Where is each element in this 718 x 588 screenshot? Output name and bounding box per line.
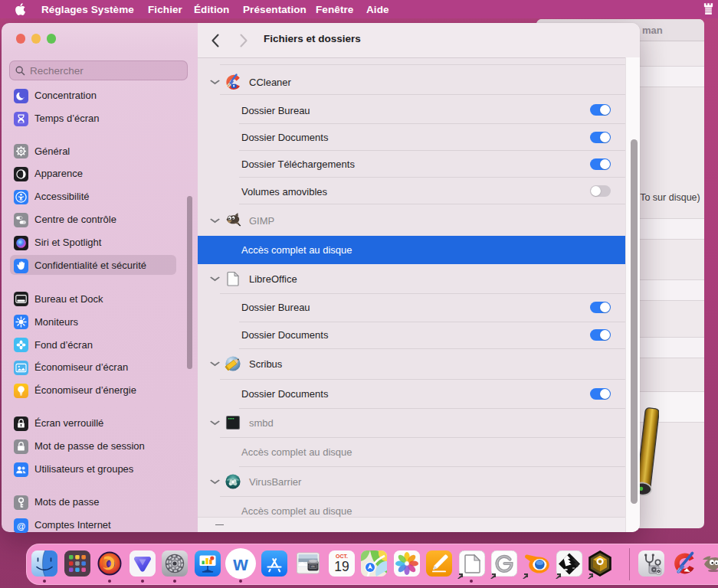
svg-text:19: 19: [334, 559, 349, 574]
svg-text:OCT.: OCT.: [336, 554, 348, 559]
svg-text:@: @: [17, 521, 25, 530]
svg-text:abc: abc: [311, 565, 316, 568]
